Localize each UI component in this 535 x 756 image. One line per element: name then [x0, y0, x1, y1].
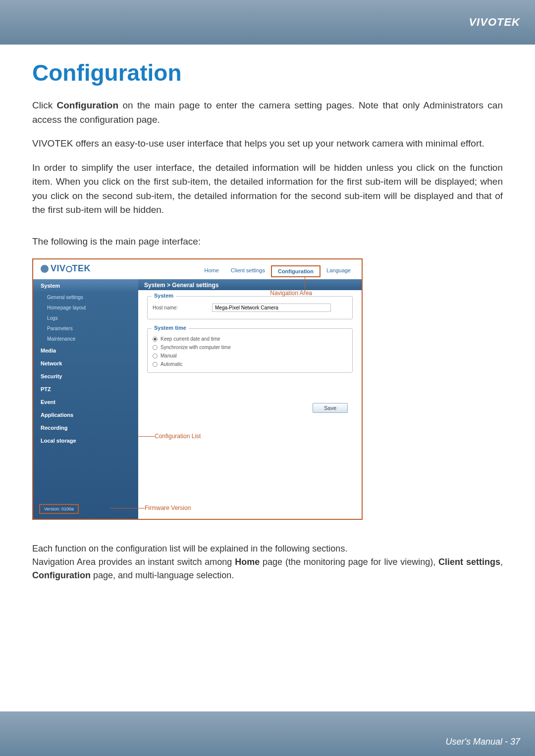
save-button[interactable]: Save [313, 403, 348, 413]
nav-configuration[interactable]: Configuration [271, 265, 321, 277]
logo-icon [41, 265, 49, 273]
ss-logo: VIVTEK [41, 263, 91, 274]
page-title: Configuration [32, 59, 503, 86]
radio-icon [153, 353, 158, 358]
text-bold: Configuration [57, 100, 119, 110]
footnote-2: Navigation Area provides an instant swit… [32, 555, 503, 582]
sidebar-parameters[interactable]: Parameters [33, 323, 138, 334]
sidebar-event[interactable]: Event [33, 396, 138, 408]
ss-main-panel: System Host name: System time Keep curre… [138, 290, 362, 519]
radio-manual-row[interactable]: Manual [153, 352, 347, 360]
version-label: Version: 0100a [39, 504, 79, 514]
intro-paragraph-3: In order to simplify the user interface,… [32, 161, 503, 217]
header-band: VIVOTEK [0, 0, 535, 45]
radio-automatic-row[interactable]: Automatic [153, 360, 347, 368]
brand-header: VIVOTEK [469, 16, 520, 29]
annotation-line [110, 508, 145, 508]
legend-system-time: System time [152, 325, 189, 331]
radio-icon [153, 337, 158, 342]
text: Click [32, 100, 57, 110]
sidebar-ptz[interactable]: PTZ [33, 383, 138, 396]
nav-home[interactable]: Home [199, 265, 225, 277]
nav-language[interactable]: Language [321, 265, 357, 277]
footer-text: User's Manual - 37 [446, 737, 521, 747]
text-bold: Configuration [32, 570, 91, 580]
sidebar: System General settings Homepage layout … [33, 279, 138, 519]
fieldset-system-time: System time Keep current date and time S… [147, 328, 353, 373]
intro-paragraph-1: Click Configuration on the main page to … [32, 99, 503, 127]
text: Navigation Area provides an instant swit… [32, 557, 235, 567]
radio-label: Automatic [160, 361, 182, 367]
radio-label: Synchronize with computer time [160, 345, 231, 350]
radio-label: Manual [160, 353, 177, 358]
screenshot: VIVTEK Home Client settings Configuratio… [32, 258, 363, 520]
footer-band: User's Manual - 37 [0, 711, 535, 756]
sidebar-logs[interactable]: Logs [33, 313, 138, 323]
intro-paragraph-4: The following is the main page interface… [32, 235, 503, 249]
sidebar-media[interactable]: Media [33, 344, 138, 357]
text: page, and multi-language selection. [91, 570, 234, 580]
breadcrumb: System > General settings [138, 279, 362, 291]
text-bold: Home [235, 557, 260, 567]
hostname-label: Host name: [153, 305, 212, 310]
nav-client-settings[interactable]: Client settings [225, 265, 271, 277]
hostname-input[interactable] [212, 303, 331, 312]
text: page (the monitoring page for live viewi… [260, 557, 438, 567]
sidebar-maintenance[interactable]: Maintenance [33, 334, 138, 344]
annotation-config-list: Configuration List [155, 433, 201, 440]
annotation-nav-area: Navigation Area [270, 290, 312, 297]
fieldset-system: System Host name: [147, 296, 353, 319]
sidebar-network[interactable]: Network [33, 357, 138, 370]
legend-system: System [152, 293, 176, 299]
radio-icon [153, 362, 158, 367]
text: , [500, 557, 503, 567]
radio-keep-current-row[interactable]: Keep current date and time [153, 335, 347, 343]
logo-text: VIVTEK [51, 263, 91, 274]
sidebar-local-storage[interactable]: Local storage [33, 434, 138, 447]
sidebar-system[interactable]: System [33, 279, 138, 292]
radio-sync-computer-row[interactable]: Synchronize with computer time [153, 343, 347, 352]
annotation-firmware: Firmware Version [145, 504, 191, 511]
sidebar-general-settings[interactable]: General settings [33, 292, 138, 302]
footnote-1: Each function on the configuration list … [32, 542, 503, 555]
radio-icon [153, 345, 158, 350]
intro-paragraph-2: VIVOTEK offers an easy-to-use user inter… [32, 137, 503, 151]
radio-label: Keep current date and time [160, 336, 220, 342]
text-bold: Client settings [438, 557, 500, 567]
annotation-line [137, 436, 155, 437]
sidebar-applications[interactable]: Applications [33, 408, 138, 421]
sidebar-homepage-layout[interactable]: Homepage layout [33, 302, 138, 313]
content-area: Configuration Click Configuration on the… [0, 45, 535, 582]
top-nav: Home Client settings Configuration Langu… [199, 265, 357, 277]
sidebar-security[interactable]: Security [33, 370, 138, 383]
sidebar-recording[interactable]: Recording [33, 421, 138, 434]
